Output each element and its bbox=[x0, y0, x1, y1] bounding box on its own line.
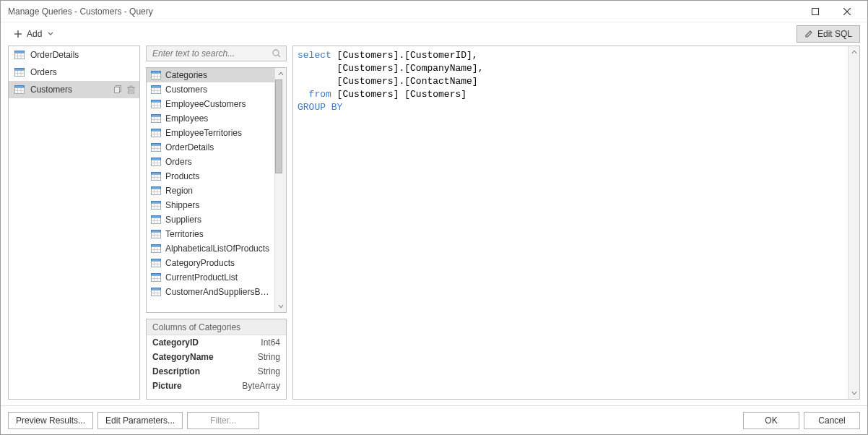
table-row-label: Categories bbox=[165, 70, 207, 80]
column-type: String bbox=[258, 366, 280, 376]
table-row-label: Products bbox=[165, 171, 199, 181]
table-row[interactable]: EmployeeTerritories bbox=[147, 126, 274, 140]
svg-point-27 bbox=[273, 50, 279, 56]
column-type: Int64 bbox=[261, 337, 280, 348]
table-row[interactable]: OrderDetails bbox=[147, 140, 274, 155]
table-row[interactable]: CustomerAndSuppliersByCity bbox=[147, 285, 274, 299]
pencil-icon bbox=[804, 30, 813, 38]
column-row[interactable]: PictureByteArray bbox=[147, 379, 286, 393]
close-button[interactable] bbox=[831, 1, 863, 22]
svg-rect-21 bbox=[115, 87, 120, 93]
sidebar-item[interactable]: OrderDetails bbox=[9, 46, 139, 64]
window-title: Manage Queries - Customers - Query bbox=[8, 7, 799, 17]
preview-results-button[interactable]: Preview Results... bbox=[8, 412, 93, 429]
sidebar-item[interactable]: Customers bbox=[9, 81, 139, 98]
table-row-label: Customers bbox=[165, 85, 207, 95]
tables-scrollbar[interactable] bbox=[274, 68, 286, 312]
query-list-panel: OrderDetailsOrdersCustomers bbox=[8, 46, 140, 400]
table-row-label: EmployeeTerritories bbox=[165, 128, 242, 138]
column-type: ByteArray bbox=[242, 381, 280, 391]
toolbar: Add Edit SQL bbox=[1, 22, 867, 46]
column-name: Picture bbox=[152, 381, 182, 391]
scroll-up-icon[interactable] bbox=[275, 68, 286, 79]
table-row[interactable]: Territories bbox=[147, 227, 274, 241]
table-row-label: Employees bbox=[165, 113, 208, 124]
sidebar-item[interactable]: Orders bbox=[9, 64, 139, 81]
scroll-down-icon[interactable] bbox=[275, 301, 286, 312]
cancel-button[interactable]: Cancel bbox=[804, 412, 860, 429]
table-row[interactable]: Products bbox=[147, 169, 274, 184]
table-icon bbox=[151, 100, 161, 108]
copy-icon[interactable] bbox=[114, 85, 123, 94]
add-label: Add bbox=[27, 29, 42, 39]
edit-parameters-button[interactable]: Edit Parameters... bbox=[97, 412, 183, 429]
sql-editor[interactable]: select [Customers].[CustomerID], [Custom… bbox=[293, 46, 848, 399]
table-row[interactable]: Customers bbox=[147, 82, 274, 97]
column-name: CategoryID bbox=[152, 337, 199, 348]
table-row[interactable]: AlphabeticalListOfProducts bbox=[147, 241, 274, 256]
sidebar-item-label: Orders bbox=[30, 67, 135, 77]
table-icon bbox=[14, 68, 25, 77]
plus-icon bbox=[14, 30, 22, 38]
search-input[interactable] bbox=[147, 46, 286, 61]
table-icon bbox=[151, 71, 161, 79]
sql-editor-panel: select [Customers].[CustomerID], [Custom… bbox=[292, 46, 860, 400]
search-box[interactable] bbox=[146, 46, 287, 61]
column-name: Description bbox=[152, 366, 200, 376]
ok-button[interactable]: OK bbox=[743, 412, 799, 429]
edit-sql-label: Edit SQL bbox=[817, 29, 852, 39]
table-row-label: AlphabeticalListOfProducts bbox=[165, 244, 269, 254]
table-icon bbox=[151, 143, 161, 152]
table-icon bbox=[14, 51, 25, 59]
table-icon bbox=[151, 114, 161, 123]
svg-rect-22 bbox=[129, 87, 134, 93]
table-icon bbox=[14, 85, 25, 94]
table-row[interactable]: CurrentProductList bbox=[147, 270, 274, 285]
table-icon bbox=[151, 186, 161, 195]
table-row[interactable]: EmployeeCustomers bbox=[147, 97, 274, 111]
table-row[interactable]: Shippers bbox=[147, 198, 274, 212]
table-icon bbox=[151, 244, 161, 253]
scroll-up-icon[interactable] bbox=[849, 46, 859, 58]
edit-sql-button[interactable]: Edit SQL bbox=[797, 25, 860, 43]
sidebar-item-label: Customers bbox=[30, 85, 108, 95]
column-row[interactable]: CategoryIDInt64 bbox=[147, 335, 286, 350]
scroll-down-icon[interactable] bbox=[849, 387, 859, 399]
column-type: String bbox=[258, 352, 280, 362]
table-row-label: Orders bbox=[165, 157, 192, 167]
table-row-label: CustomerAndSuppliersByCity bbox=[165, 287, 270, 297]
main-area: OrderDetailsOrdersCustomers CategoriesCu… bbox=[1, 46, 867, 405]
table-row-label: Region bbox=[165, 186, 193, 196]
table-row-label: CurrentProductList bbox=[165, 272, 238, 283]
table-row[interactable]: CategoryProducts bbox=[147, 256, 274, 270]
table-icon bbox=[151, 172, 161, 181]
trash-icon[interactable] bbox=[127, 85, 135, 94]
footer: Preview Results... Edit Parameters... Fi… bbox=[1, 405, 867, 434]
table-row-label: OrderDetails bbox=[165, 142, 214, 152]
table-icon bbox=[151, 158, 161, 166]
column-row[interactable]: CategoryNameString bbox=[147, 350, 286, 364]
table-icon bbox=[151, 85, 161, 94]
table-row-label: Shippers bbox=[165, 200, 199, 210]
table-row[interactable]: Orders bbox=[147, 155, 274, 169]
svg-rect-0 bbox=[812, 8, 819, 14]
tables-list[interactable]: CategoriesCustomersEmployeeCustomersEmpl… bbox=[147, 68, 274, 312]
titlebar: Manage Queries - Customers - Query bbox=[1, 1, 867, 22]
table-icon bbox=[151, 259, 161, 267]
table-row-label: Territories bbox=[165, 229, 204, 239]
search-icon bbox=[272, 48, 282, 59]
tables-panel: CategoriesCustomersEmployeeCustomersEmpl… bbox=[146, 67, 287, 313]
column-row[interactable]: DescriptionString bbox=[147, 364, 286, 379]
table-row[interactable]: Suppliers bbox=[147, 212, 274, 227]
table-icon bbox=[151, 273, 161, 282]
table-row[interactable]: Employees bbox=[147, 111, 274, 126]
chevron-down-icon bbox=[48, 32, 53, 36]
table-row[interactable]: Categories bbox=[147, 68, 274, 82]
sidebar-item-label: OrderDetails bbox=[30, 50, 135, 60]
editor-scrollbar[interactable] bbox=[848, 46, 859, 399]
filter-button[interactable]: Filter... bbox=[187, 412, 259, 429]
table-row-label: Suppliers bbox=[165, 215, 201, 225]
add-button[interactable]: Add bbox=[8, 25, 59, 43]
table-row[interactable]: Region bbox=[147, 184, 274, 198]
maximize-button[interactable] bbox=[799, 1, 831, 22]
